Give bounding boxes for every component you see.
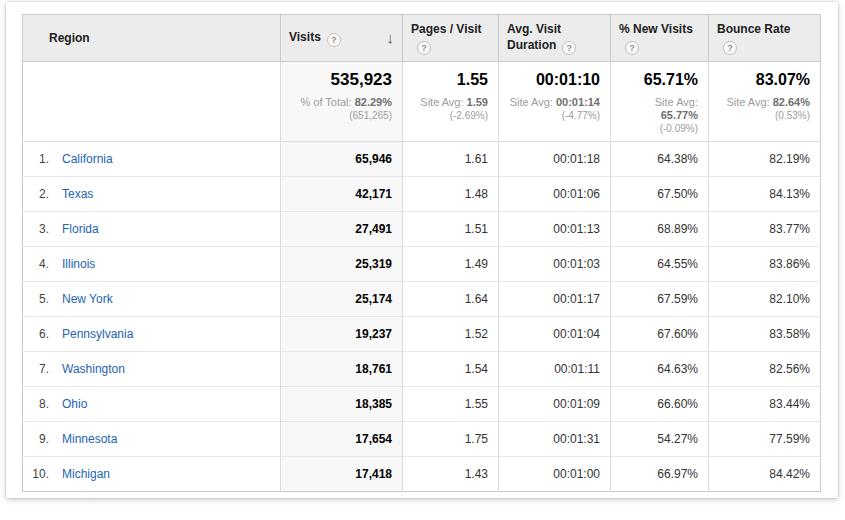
new-visits-cell: 67.60% xyxy=(611,317,709,352)
bounce-rate-cell: 82.56% xyxy=(709,352,821,387)
pages-per-visit-cell: 1.55 xyxy=(403,387,499,422)
pages-per-visit-cell: 1.64 xyxy=(403,282,499,317)
region-link[interactable]: Illinois xyxy=(62,257,95,271)
row-rank: 10. xyxy=(23,467,49,481)
bounce-rate-cell: 83.58% xyxy=(709,317,821,352)
region-cell: 5. New York xyxy=(23,282,281,317)
avg-visit-duration-cell: 00:01:04 xyxy=(499,317,611,352)
new-visits-cell: 67.59% xyxy=(611,282,709,317)
help-icon[interactable]: ? xyxy=(625,41,639,55)
visits-cell: 18,385 xyxy=(281,387,403,422)
region-cell: 9. Minnesota xyxy=(23,422,281,457)
new-visits-cell: 54.27% xyxy=(611,422,709,457)
region-link[interactable]: Texas xyxy=(62,187,93,201)
sort-descending-icon: ↓ xyxy=(387,30,395,46)
help-icon[interactable]: ? xyxy=(723,41,737,55)
new-visits-cell: 64.55% xyxy=(611,247,709,282)
row-rank: 1. xyxy=(23,152,49,166)
table-row: 10. Michigan 17,418 1.43 00:01:00 66.97%… xyxy=(23,457,821,492)
pages-per-visit-cell: 1.52 xyxy=(403,317,499,352)
bounce-rate-cell: 84.42% xyxy=(709,457,821,492)
table-row: 1. California 65,946 1.61 00:01:18 64.38… xyxy=(23,142,821,177)
region-link[interactable]: California xyxy=(62,152,113,166)
new-visits-cell: 64.38% xyxy=(611,142,709,177)
regions-table: Region Visits? ↓ Pages / Visit ? Avg. Vi… xyxy=(22,14,821,492)
table-row: 5. New York 25,174 1.64 00:01:17 67.59% … xyxy=(23,282,821,317)
avg-visit-duration-cell: 00:01:17 xyxy=(499,282,611,317)
pages-per-visit-cell: 1.51 xyxy=(403,212,499,247)
column-label-bounce-rate: Bounce Rate xyxy=(717,22,790,36)
region-link[interactable]: Pennsylvania xyxy=(62,327,133,341)
column-label-new-visits: % New Visits xyxy=(619,22,693,36)
visits-cell: 42,171 xyxy=(281,177,403,212)
region-link[interactable]: Michigan xyxy=(62,467,110,481)
region-cell: 1. California xyxy=(23,142,281,177)
new-visits-cell: 66.97% xyxy=(611,457,709,492)
row-rank: 9. xyxy=(23,432,49,446)
region-cell: 7. Washington xyxy=(23,352,281,387)
region-cell: 6. Pennsylvania xyxy=(23,317,281,352)
visits-cell: 65,946 xyxy=(281,142,403,177)
table-row: 7. Washington 18,761 1.54 00:01:11 64.63… xyxy=(23,352,821,387)
pages-per-visit-cell: 1.49 xyxy=(403,247,499,282)
avg-visit-duration-cell: 00:01:18 xyxy=(499,142,611,177)
new-visits-cell: 66.60% xyxy=(611,387,709,422)
row-rank: 3. xyxy=(23,222,49,236)
region-link[interactable]: Ohio xyxy=(62,397,87,411)
pages-per-visit-cell: 1.43 xyxy=(403,457,499,492)
region-cell: 10. Michigan xyxy=(23,457,281,492)
bounce-rate-cell: 83.44% xyxy=(709,387,821,422)
summary-pages-per-visit: 1.55 Site Avg: 1.59 (-2.69%) xyxy=(403,62,499,142)
pages-per-visit-cell: 1.54 xyxy=(403,352,499,387)
summary-avg-visit-duration: 00:01:10 Site Avg: 00:01:14 (-4.77%) xyxy=(499,62,611,142)
region-link[interactable]: Washington xyxy=(62,362,125,376)
summary-bounce-rate: 83.07% Site Avg: 82.64% (0.53%) xyxy=(709,62,821,142)
region-link[interactable]: New York xyxy=(62,292,113,306)
pages-per-visit-cell: 1.75 xyxy=(403,422,499,457)
summary-region-empty xyxy=(23,62,281,142)
bounce-rate-cell: 83.77% xyxy=(709,212,821,247)
table-body: 1. California 65,946 1.61 00:01:18 64.38… xyxy=(23,142,821,492)
avg-visit-duration-cell: 00:01:31 xyxy=(499,422,611,457)
avg-visit-duration-cell: 00:01:11 xyxy=(499,352,611,387)
row-rank: 6. xyxy=(23,327,49,341)
visits-cell: 17,654 xyxy=(281,422,403,457)
region-link[interactable]: Minnesota xyxy=(62,432,117,446)
table-row: 8. Ohio 18,385 1.55 00:01:09 66.60% 83.4… xyxy=(23,387,821,422)
column-label-avg-visit-duration: Avg. Visit xyxy=(507,22,561,36)
new-visits-cell: 68.89% xyxy=(611,212,709,247)
table-row: 9. Minnesota 17,654 1.75 00:01:31 54.27%… xyxy=(23,422,821,457)
bounce-rate-cell: 82.10% xyxy=(709,282,821,317)
region-cell: 3. Florida xyxy=(23,212,281,247)
avg-visit-duration-cell: 00:01:13 xyxy=(499,212,611,247)
table-row: 4. Illinois 25,319 1.49 00:01:03 64.55% … xyxy=(23,247,821,282)
help-icon[interactable]: ? xyxy=(562,41,576,55)
column-header-visits[interactable]: Visits? ↓ xyxy=(281,15,403,62)
help-icon[interactable]: ? xyxy=(417,41,431,55)
column-header-bounce-rate[interactable]: Bounce Rate ? xyxy=(709,15,821,62)
column-header-region[interactable]: Region xyxy=(23,15,281,62)
visits-cell: 25,174 xyxy=(281,282,403,317)
new-visits-cell: 64.63% xyxy=(611,352,709,387)
column-label-pages-per-visit: Pages / Visit xyxy=(411,22,481,36)
table-row: 2. Texas 42,171 1.48 00:01:06 67.50% 84.… xyxy=(23,177,821,212)
region-cell: 2. Texas xyxy=(23,177,281,212)
analytics-report-card: Region Visits? ↓ Pages / Visit ? Avg. Vi… xyxy=(6,2,838,498)
row-rank: 2. xyxy=(23,187,49,201)
column-header-new-visits[interactable]: % New Visits ? xyxy=(611,15,709,62)
region-cell: 8. Ohio xyxy=(23,387,281,422)
visits-cell: 17,418 xyxy=(281,457,403,492)
avg-visit-duration-cell: 00:01:00 xyxy=(499,457,611,492)
region-link[interactable]: Florida xyxy=(62,222,99,236)
region-cell: 4. Illinois xyxy=(23,247,281,282)
column-header-pages-per-visit[interactable]: Pages / Visit ? xyxy=(403,15,499,62)
bounce-rate-cell: 84.13% xyxy=(709,177,821,212)
table-row: 3. Florida 27,491 1.51 00:01:13 68.89% 8… xyxy=(23,212,821,247)
avg-visit-duration-cell: 00:01:03 xyxy=(499,247,611,282)
pages-per-visit-cell: 1.61 xyxy=(403,142,499,177)
table-row: 6. Pennsylvania 19,237 1.52 00:01:04 67.… xyxy=(23,317,821,352)
column-header-avg-visit-duration[interactable]: Avg. Visit Duration? xyxy=(499,15,611,62)
summary-new-visits: 65.71% Site Avg: 65.77% (-0.09%) xyxy=(611,62,709,142)
help-icon[interactable]: ? xyxy=(327,33,341,47)
visits-cell: 25,319 xyxy=(281,247,403,282)
